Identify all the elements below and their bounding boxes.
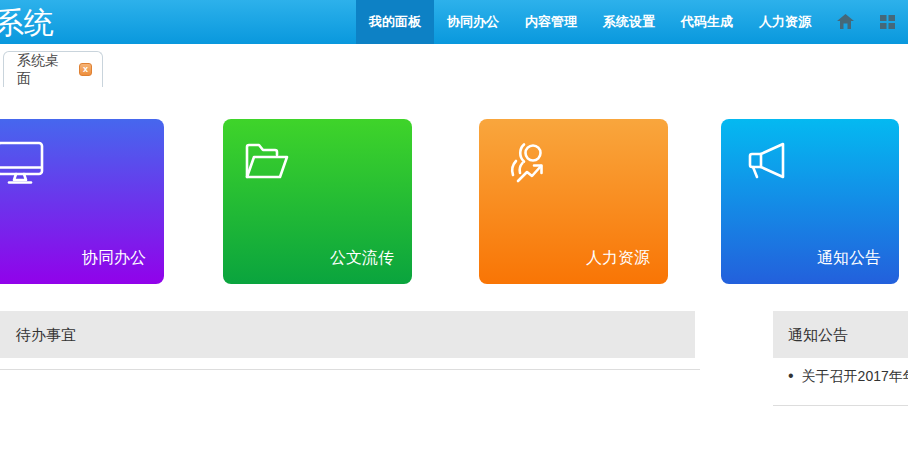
home-icon[interactable]: [824, 0, 867, 44]
nav-item-content-management[interactable]: 内容管理: [512, 0, 590, 44]
monitor-icon: [0, 141, 44, 187]
tab-system-desktop[interactable]: 系统桌面 x: [3, 51, 103, 87]
tile-label: 公文流传: [330, 248, 394, 269]
todo-panel-header: 待办事宜: [0, 311, 695, 358]
nav-item-system-settings[interactable]: 系统设置: [590, 0, 668, 44]
tile-label: 人力资源: [586, 248, 650, 269]
nav-item-collaboration[interactable]: 协同办公: [434, 0, 512, 44]
notice-list-item[interactable]: • 关于召开2017年年: [773, 363, 908, 391]
folder-open-icon: [244, 141, 290, 183]
tab-label: 系统桌面: [17, 52, 71, 88]
tile-document-flow[interactable]: 公文流传: [223, 119, 412, 284]
main-menu: 我的面板 协同办公 内容管理 系统设置 代码生成 人力资源: [356, 0, 908, 44]
tile-notices[interactable]: 通知公告: [721, 119, 899, 284]
todo-panel-divider: [0, 369, 700, 370]
notice-panel-divider: [773, 405, 908, 406]
megaphone-icon: [743, 141, 791, 185]
notice-item-text: 关于召开2017年年: [802, 368, 908, 386]
tile-label: 通知公告: [817, 248, 881, 269]
top-navbar: 系统 我的面板 协同办公 内容管理 系统设置 代码生成 人力资源: [0, 0, 908, 44]
tile-collaboration[interactable]: 协同办公: [0, 119, 164, 284]
nav-item-code-generation[interactable]: 代码生成: [668, 0, 746, 44]
app-title: 系统: [0, 0, 54, 44]
tab-bar: 系统桌面 x: [0, 44, 908, 90]
grid-icon[interactable]: [867, 0, 908, 44]
app-window: 系统 我的面板 协同办公 内容管理 系统设置 代码生成 人力资源 系统桌面 x: [0, 0, 908, 454]
nav-item-human-resources[interactable]: 人力资源: [746, 0, 824, 44]
tile-label: 协同办公: [82, 248, 146, 269]
bullet-icon: •: [773, 367, 802, 387]
close-tab-icon[interactable]: x: [79, 63, 92, 76]
tile-human-resources[interactable]: 人力资源: [479, 119, 668, 284]
notice-panel-header: 通知公告: [773, 311, 908, 358]
person-arrow-icon: [503, 141, 553, 189]
nav-item-my-dashboard[interactable]: 我的面板: [356, 0, 434, 44]
